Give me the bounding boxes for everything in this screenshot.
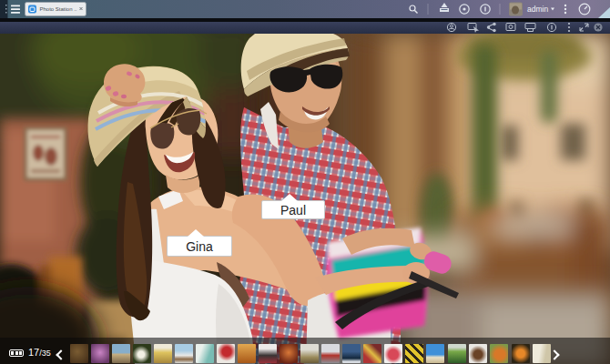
svg-text:admin: admin: [527, 5, 548, 14]
svg-text:Photo Station ..: Photo Station ..: [40, 6, 77, 12]
